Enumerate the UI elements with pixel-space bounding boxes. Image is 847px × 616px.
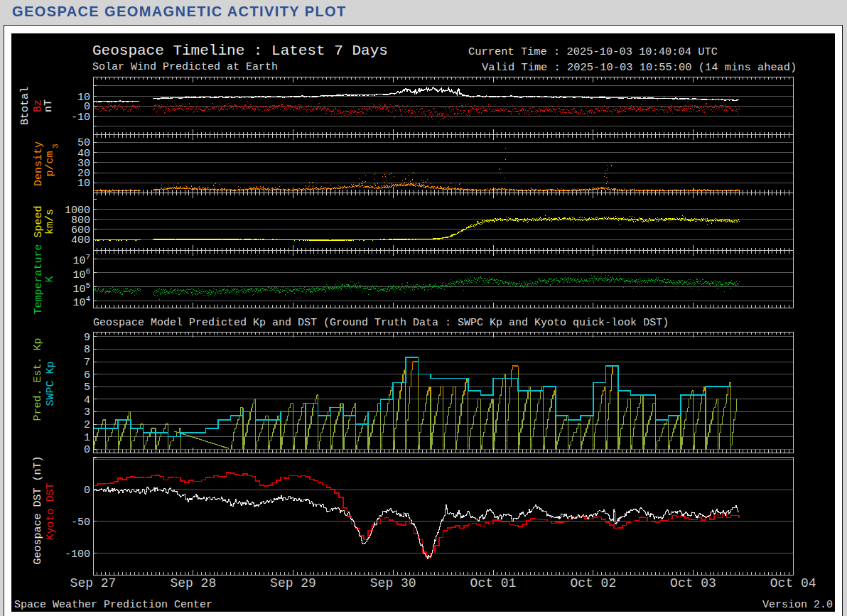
svg-text:3: 3: [84, 406, 90, 418]
svg-text:K: K: [44, 276, 56, 282]
svg-text:Sep 30: Sep 30: [370, 576, 416, 590]
svg-text:Pred. Est. Kp: Pred. Est. Kp: [32, 337, 44, 421]
svg-text:-100: -100: [65, 549, 90, 561]
svg-text:3: 3: [51, 144, 60, 148]
svg-text:0: 0: [84, 444, 90, 456]
svg-text:-50: -50: [71, 517, 90, 529]
svg-text:5: 5: [84, 382, 90, 394]
svg-text:6: 6: [84, 369, 90, 382]
svg-text:9: 9: [84, 332, 90, 344]
svg-text:Btotal: Btotal: [19, 87, 31, 125]
svg-text:Valid Time : 2025-10-03 10:55:: Valid Time : 2025-10-03 10:55:00 (14 min…: [482, 61, 797, 74]
svg-text:Oct 02: Oct 02: [570, 576, 616, 590]
svg-text:Oct 03: Oct 03: [670, 576, 716, 590]
svg-text:2: 2: [84, 419, 90, 431]
svg-text:Version 2.0: Version 2.0: [762, 599, 833, 611]
svg-text:Sep 27: Sep 27: [70, 576, 117, 590]
svg-text:107: 107: [72, 253, 90, 267]
svg-text:106: 106: [72, 267, 90, 281]
svg-text:8: 8: [84, 344, 90, 356]
svg-text:Temperature: Temperature: [33, 244, 45, 314]
svg-text:Sep 29: Sep 29: [270, 576, 316, 590]
svg-text:105: 105: [72, 281, 90, 296]
svg-text:Oct 04: Oct 04: [770, 576, 816, 590]
svg-text:10: 10: [77, 178, 90, 190]
svg-text:Kyoto DST: Kyoto DST: [45, 482, 57, 540]
svg-text:104: 104: [72, 295, 90, 309]
svg-text:400: 400: [71, 234, 90, 247]
svg-text:Solar Wind Predicted at Earth: Solar Wind Predicted at Earth: [92, 61, 278, 73]
svg-text:4: 4: [84, 394, 90, 406]
svg-text:1: 1: [84, 432, 90, 444]
svg-text:km/s: km/s: [44, 209, 56, 234]
svg-text:Oct 01: Oct 01: [470, 576, 517, 590]
svg-text:Geospace Timeline : Latest 7 D: Geospace Timeline : Latest 7 Days: [92, 43, 388, 59]
svg-text:Density: Density: [33, 141, 45, 186]
svg-text:Geospace DST (nT): Geospace DST (nT): [32, 455, 44, 564]
svg-text:SWPC Kp: SWPC Kp: [45, 361, 57, 406]
svg-text:0: 0: [84, 485, 90, 497]
svg-text:Space Weather Prediction Cente: Space Weather Prediction Center: [14, 599, 212, 611]
svg-text:Speed: Speed: [33, 205, 45, 237]
svg-text:Geospace Model Predicted Kp an: Geospace Model Predicted Kp and DST (Gro…: [93, 317, 669, 329]
svg-text:nT: nT: [43, 99, 55, 112]
svg-text:7: 7: [84, 357, 90, 369]
svg-text:p/cm: p/cm: [44, 151, 56, 176]
svg-text:Sep 28: Sep 28: [170, 576, 216, 590]
svg-text:-10: -10: [71, 112, 90, 124]
svg-text:Current Time : 2025-10-03 10:4: Current Time : 2025-10-03 10:40:04 UTC: [468, 45, 718, 58]
